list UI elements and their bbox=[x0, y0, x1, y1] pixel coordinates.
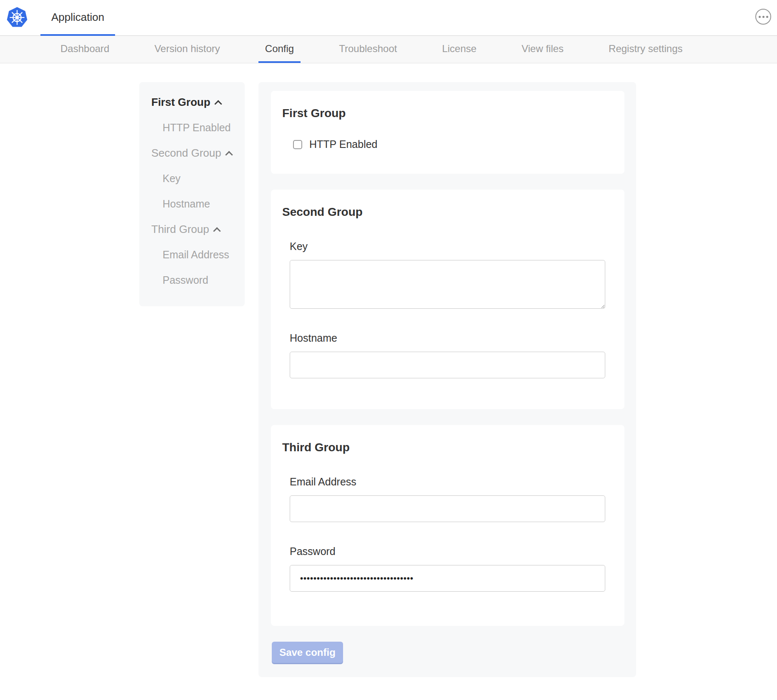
group-title: Second Group bbox=[282, 205, 605, 219]
app-header: Application bbox=[0, 0, 777, 36]
tab-dashboard[interactable]: Dashboard bbox=[54, 36, 116, 63]
http-enabled-label: HTTP Enabled bbox=[309, 138, 378, 150]
sidebar-item-key[interactable]: Key bbox=[151, 166, 245, 191]
app-nav-tabs: Dashboard Version history Config Trouble… bbox=[0, 36, 777, 63]
sidebar-group-label: First Group bbox=[151, 96, 211, 109]
group-title: First Group bbox=[282, 107, 605, 120]
config-group-card-third-group: Third Group Email Address Password bbox=[271, 425, 624, 626]
key-field-label: Key bbox=[290, 240, 605, 252]
sidebar-item-label: Key bbox=[163, 172, 180, 185]
sidebar-item-http-enabled[interactable]: HTTP Enabled bbox=[151, 115, 245, 140]
chevron-up-icon bbox=[213, 227, 221, 235]
sidebar-item-label: Password bbox=[163, 274, 208, 286]
application-tab-label: Application bbox=[51, 11, 104, 24]
sidebar-item-label: Email Address bbox=[163, 249, 229, 261]
hostname-input[interactable] bbox=[290, 352, 605, 378]
email-address-input[interactable] bbox=[290, 495, 605, 522]
email-address-field-label: Email Address bbox=[290, 476, 605, 488]
tab-config[interactable]: Config bbox=[258, 36, 301, 63]
hostname-field-label: Hostname bbox=[290, 332, 605, 344]
sidebar-item-label: HTTP Enabled bbox=[163, 122, 231, 134]
http-enabled-checkbox[interactable] bbox=[293, 140, 302, 149]
password-input[interactable] bbox=[290, 565, 605, 592]
save-config-button[interactable]: Save config bbox=[272, 642, 343, 663]
config-group-card-second-group: Second Group Key Hostname bbox=[271, 190, 624, 409]
sidebar-item-hostname[interactable]: Hostname bbox=[151, 191, 245, 217]
chevron-up-icon bbox=[225, 151, 233, 158]
tab-view-files[interactable]: View files bbox=[515, 36, 570, 63]
kubernetes-logo-icon bbox=[7, 7, 28, 28]
config-form-panel: First Group HTTP Enabled Second Group Ke… bbox=[258, 82, 636, 677]
chevron-up-icon bbox=[214, 100, 222, 108]
sidebar-item-email-address[interactable]: Email Address bbox=[151, 242, 245, 268]
config-sidebar: First Group HTTP Enabled Second Group Ke… bbox=[139, 82, 245, 306]
sidebar-group-label: Third Group bbox=[151, 223, 209, 236]
tab-troubleshoot[interactable]: Troubleshoot bbox=[332, 36, 404, 63]
sidebar-group-first-group[interactable]: First Group bbox=[151, 90, 245, 115]
key-textarea[interactable] bbox=[290, 260, 605, 309]
tab-registry-settings[interactable]: Registry settings bbox=[602, 36, 689, 63]
password-field-label: Password bbox=[290, 545, 605, 558]
tab-license[interactable]: License bbox=[435, 36, 483, 63]
config-group-card-first-group: First Group HTTP Enabled bbox=[271, 91, 624, 174]
application-tab[interactable]: Application bbox=[40, 0, 115, 36]
sidebar-group-third-group[interactable]: Third Group bbox=[151, 217, 245, 242]
sidebar-group-label: Second Group bbox=[151, 147, 221, 160]
tab-version-history[interactable]: Version history bbox=[148, 36, 226, 63]
sidebar-group-second-group[interactable]: Second Group bbox=[151, 140, 245, 166]
sidebar-item-label: Hostname bbox=[163, 198, 210, 210]
group-title: Third Group bbox=[282, 441, 605, 454]
ellipsis-icon[interactable] bbox=[755, 9, 771, 25]
sidebar-item-password[interactable]: Password bbox=[151, 268, 245, 293]
